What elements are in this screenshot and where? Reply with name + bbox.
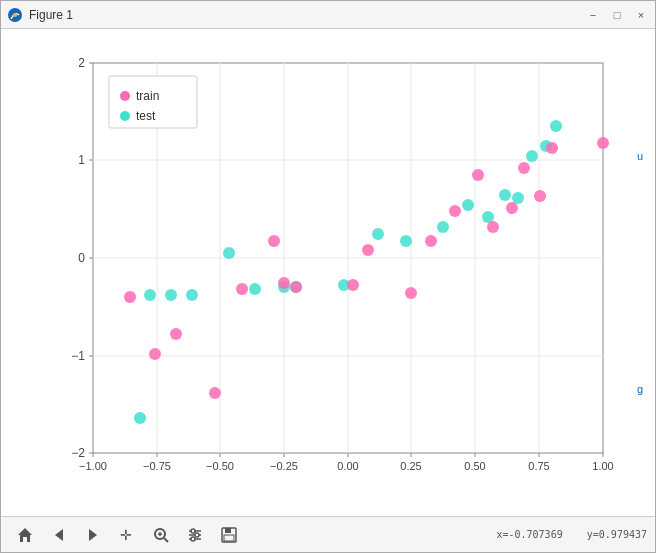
test-point [462,199,474,211]
plot-container: 2 1 0 −1 −2 −1.00 −0.75 −0.50 −0.25 [1,29,655,516]
y-tick-n2: −2 [71,446,85,460]
train-point [597,137,609,149]
x-coord: x=-0.707369 [496,529,562,540]
x-tick-1: 1.00 [592,460,613,472]
window-title: Figure 1 [29,8,585,22]
svg-text:✛: ✛ [120,527,132,543]
train-point [170,328,182,340]
app-icon [7,7,23,23]
save-button[interactable] [213,521,245,549]
test-point [512,192,524,204]
train-point [347,279,359,291]
test-point [372,228,384,240]
chart-svg[interactable]: 2 1 0 −1 −2 −1.00 −0.75 −0.50 −0.25 [33,48,623,508]
svg-marker-29 [55,529,63,541]
x-tick-05: 0.50 [464,460,485,472]
train-point [449,205,461,217]
figure-window: Figure 1 − □ × [0,0,656,553]
test-point [165,289,177,301]
config-button[interactable] [179,521,211,549]
x-tick-n05: −0.50 [206,460,234,472]
svg-point-40 [195,533,199,537]
x-tick-n1: −1.00 [79,460,107,472]
svg-line-33 [164,538,168,542]
train-point [268,235,280,247]
train-point [209,387,221,399]
svg-point-41 [191,537,195,541]
minimize-button[interactable]: − [585,7,601,23]
y-tick-n1: −1 [71,349,85,363]
legend-train-label: train [136,89,159,103]
train-point [534,190,546,202]
y-coord: y=0.979437 [587,529,647,540]
pan-button[interactable]: ✛ [111,521,143,549]
y-tick-0: 0 [78,251,85,265]
test-point [186,289,198,301]
svg-point-39 [191,529,195,533]
svg-marker-30 [89,529,97,541]
train-point [506,202,518,214]
forward-button[interactable] [77,521,109,549]
back-button[interactable] [43,521,75,549]
zoom-button[interactable] [145,521,177,549]
test-point [526,150,538,162]
train-point [278,277,290,289]
x-tick-n025: −0.25 [270,460,298,472]
x-tick-0: 0.00 [337,460,358,472]
status-coordinates: x=-0.707369 y=0.979437 [496,529,647,540]
svg-point-1 [13,13,17,17]
train-point [518,162,530,174]
train-point [546,142,558,154]
test-point [499,189,511,201]
x-tick-025: 0.25 [400,460,421,472]
train-point [124,291,136,303]
title-bar: Figure 1 − □ × [1,1,655,29]
train-point [472,169,484,181]
x-tick-n075: −0.75 [143,460,171,472]
home-button[interactable] [9,521,41,549]
test-point [437,221,449,233]
x-tick-075: 0.75 [528,460,549,472]
test-point [134,412,146,424]
watermark-text: u g [625,29,655,516]
close-button[interactable]: × [633,7,649,23]
test-point [400,235,412,247]
train-point [149,348,161,360]
test-point [550,120,562,132]
window-controls: − □ × [585,7,649,23]
train-point [487,221,499,233]
train-point [290,281,302,293]
y-tick-2: 2 [78,56,85,70]
train-point [236,283,248,295]
svg-marker-28 [18,528,32,542]
svg-rect-43 [225,528,231,533]
legend-test-icon [120,111,130,121]
test-point [144,289,156,301]
toolbar: ✛ [1,516,655,552]
legend-train-icon [120,91,130,101]
y-tick-1: 1 [78,153,85,167]
train-point [425,235,437,247]
test-point [249,283,261,295]
legend-test-label: test [136,109,156,123]
train-point [405,287,417,299]
test-point [223,247,235,259]
maximize-button[interactable]: □ [609,7,625,23]
svg-rect-44 [224,535,234,541]
train-point [362,244,374,256]
